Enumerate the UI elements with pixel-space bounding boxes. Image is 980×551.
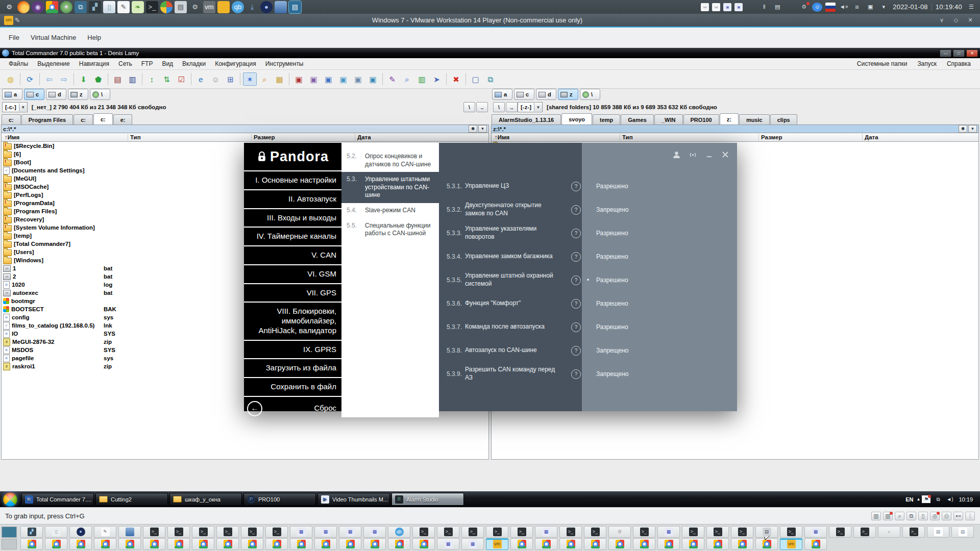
display-tray-icon[interactable]: ⧈ — [852, 3, 862, 12]
broadcast-icon[interactable] — [688, 150, 697, 159]
connect-icon[interactable]: ⬇ — [77, 72, 90, 86]
host-task-button[interactable]: >_ — [829, 526, 851, 538]
panel-tab[interactable]: c: — [74, 114, 93, 124]
host-task-button[interactable]: ▦ — [535, 526, 557, 538]
setting-row[interactable]: 5.3.8.Автозапуск по CAN-шине?Запрещено — [439, 339, 737, 362]
shield-icon[interactable]: ⬟ — [91, 72, 105, 86]
tc-menu-item[interactable]: Навигация — [75, 60, 114, 67]
sync-dirs-icon[interactable]: ▣ — [307, 72, 321, 86]
root-dir-button[interactable]: \ — [493, 102, 505, 112]
dir-chart-icon[interactable]: ▦ — [273, 72, 286, 86]
delete-icon[interactable]: ✖ — [449, 72, 463, 86]
taskbar-button[interactable]: ▶Video Thumbnails M... — [317, 493, 390, 506]
back-icon[interactable]: ⇦ — [42, 72, 56, 86]
vmware-app-icon[interactable]: vm — [203, 1, 215, 13]
vmware-icon[interactable]: vm — [787, 540, 796, 548]
vm-grip-icon[interactable]: ⋮ — [965, 512, 975, 520]
close-button[interactable]: ✕ — [966, 49, 978, 57]
archive-rar-icon[interactable]: ▤ — [111, 72, 125, 86]
chrome-icon[interactable] — [77, 540, 85, 548]
setting-value[interactable]: Запрещено — [582, 370, 737, 378]
setting-row[interactable]: 5.3.1.Управление ЦЗ?Разрешено — [439, 174, 737, 198]
appliance-icon[interactable]: ▯ — [103, 1, 115, 13]
setting-value[interactable]: Разрешено — [582, 183, 737, 190]
root-dir-button[interactable]: \ — [463, 102, 475, 112]
combo-dropdown-icon[interactable]: ▼ — [19, 103, 27, 111]
table-doc-icon[interactable]: ▦ — [734, 3, 743, 11]
terminal-icon[interactable]: >_ — [248, 528, 257, 536]
pandora-menu-item[interactable]: VI. GSM — [244, 264, 341, 283]
desktop-icon[interactable]: ⧉ — [483, 72, 497, 86]
close-icon[interactable] — [721, 150, 730, 159]
tc-menu-item[interactable]: Файлы — [4, 60, 33, 67]
chrome-icon[interactable] — [518, 540, 526, 548]
panel-tab[interactable]: music — [739, 114, 770, 124]
calculator-icon[interactable]: ▤ — [175, 1, 187, 13]
panel-tab[interactable]: z: — [720, 113, 739, 124]
refresh-icon[interactable]: ⟳ — [23, 72, 37, 86]
spreadsheet-icon[interactable]: ▦ — [322, 528, 330, 536]
vm-display-icon[interactable]: ⧉ — [906, 512, 916, 520]
terminal-icon[interactable]: >_ — [689, 528, 698, 536]
chrome-icon[interactable] — [199, 540, 208, 548]
compare-dirs-icon[interactable]: ▣ — [292, 72, 306, 86]
minimize-button[interactable]: — — [940, 49, 951, 57]
chrome-icon[interactable] — [175, 540, 183, 548]
txt-doc-icon[interactable]: txt — [701, 3, 709, 11]
terminal-icon[interactable]: >_ — [738, 528, 747, 536]
host-task-button[interactable] — [412, 538, 435, 550]
chrome-icon[interactable] — [28, 540, 36, 548]
terminal-icon[interactable]: >_ — [518, 528, 526, 536]
host-task-button[interactable] — [143, 538, 165, 550]
setting-value[interactable]: Запрещено — [582, 206, 737, 213]
tc-menu-item-right[interactable]: Системные папки — [852, 60, 913, 67]
panel-tab[interactable]: clips — [770, 114, 797, 124]
terminal-icon[interactable]: >_ — [567, 528, 575, 536]
pager-desktop-1[interactable] — [2, 527, 17, 538]
volume-tray-icon[interactable]: ◄) — [945, 495, 954, 503]
pager-desktop-2[interactable] — [2, 539, 17, 550]
tc-menu-item[interactable]: Сеть — [114, 60, 137, 67]
terminal-icon[interactable]: >_ — [640, 528, 649, 536]
expand-updown-icon[interactable]: ↕ — [145, 72, 159, 86]
search-icon[interactable]: ⌕ — [258, 72, 272, 86]
panel-tab[interactable]: _WIN — [654, 114, 683, 124]
drive-button-c[interactable]: c — [24, 89, 44, 100]
host-task-button[interactable] — [20, 538, 43, 550]
vm-usb-icon[interactable]: ⊷ — [953, 512, 963, 520]
caret-down-icon[interactable]: ▾ — [878, 3, 889, 12]
pandora-submenu-item[interactable]: 5.5.Специальные функции работы с CAN-шин… — [341, 218, 439, 241]
host-task-button[interactable] — [363, 538, 386, 550]
spreadsheet-icon[interactable]: ▦ — [371, 528, 379, 536]
multi-rename-icon[interactable]: ✎ — [385, 72, 399, 86]
host-task-button[interactable]: >_ — [633, 526, 655, 538]
host-task-button[interactable]: ▦ — [657, 526, 680, 538]
view-zoom-icon[interactable]: ⌕ — [400, 72, 414, 86]
start-button[interactable] — [3, 492, 17, 507]
spreadsheet-icon[interactable]: ▦ — [665, 528, 673, 536]
chrome-icon[interactable] — [542, 540, 551, 548]
combo-dropdown-icon[interactable]: ▼ — [534, 103, 542, 111]
host-task-button[interactable] — [804, 538, 827, 550]
verify-icon[interactable]: ☑ — [175, 72, 188, 86]
host-task-button[interactable]: >_ — [731, 526, 753, 538]
pandora-menu-item[interactable]: VIII. Блокировки, иммобилайзер, AntiHiJa… — [244, 302, 341, 339]
spreadsheet-icon[interactable]: ▦ — [297, 528, 306, 536]
drive-button-c[interactable]: c — [514, 89, 534, 100]
chrome-icon[interactable] — [738, 540, 747, 548]
chrome-icon[interactable] — [126, 540, 134, 548]
copy-struct-icon[interactable]: ▣ — [336, 72, 350, 86]
shade-button[interactable]: ∨ — [936, 16, 947, 24]
parent-dir-button[interactable]: .. — [506, 102, 518, 112]
tc-titlebar[interactable]: Total Commander 7.0 public beta 1 - Deni… — [0, 48, 980, 58]
vm-hdd-error-icon[interactable]: ▥ — [883, 512, 893, 520]
chrome-icon[interactable] — [395, 540, 404, 548]
folders-pair-icon[interactable]: ▢ — [469, 72, 482, 86]
network-tray-icon[interactable]: ⧉ — [934, 495, 942, 503]
host-task-button[interactable] — [535, 538, 557, 550]
host-task-button[interactable]: >_ — [559, 526, 582, 538]
host-task-button[interactable]: >_ — [510, 526, 533, 538]
pin-icon[interactable]: ✎ — [13, 16, 21, 24]
pro-icon[interactable]: P — [247, 495, 255, 504]
drive-button-z[interactable]: z — [558, 89, 578, 100]
